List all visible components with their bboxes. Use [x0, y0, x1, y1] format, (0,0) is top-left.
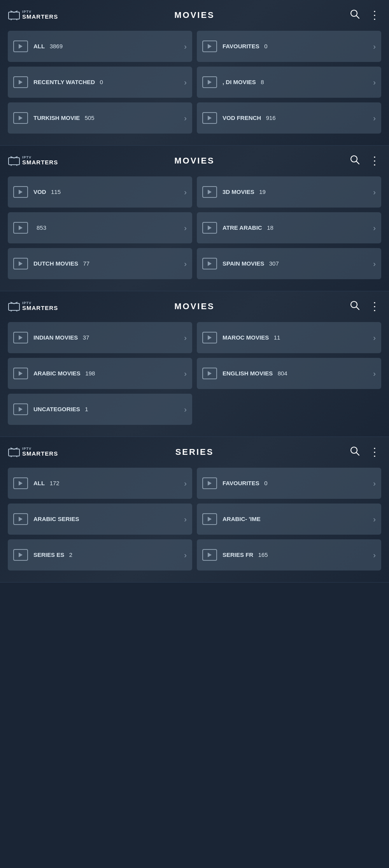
list-item[interactable]: RECENTLY WATCHED 0 ›: [8, 67, 192, 98]
item-count: 18: [267, 224, 273, 231]
more-button[interactable]: ⋮: [368, 7, 381, 23]
item-text: Turkish movie 505: [33, 114, 181, 122]
smarters-label: SMARTERS: [22, 14, 58, 20]
media-icon-box: [13, 40, 28, 52]
item-text: FAVOURITES 0: [223, 479, 370, 487]
item-label: VOD: [33, 188, 46, 195]
media-icon-box: [202, 40, 217, 52]
play-icon: [208, 335, 212, 340]
play-icon: [19, 261, 23, 266]
item-label: 3D Movies: [223, 188, 254, 195]
item-count: 804: [278, 370, 287, 377]
list-item[interactable]: ARABIC SERIES ›: [8, 504, 192, 535]
list-item[interactable]: Arabic Movies 198 ›: [8, 358, 192, 389]
play-icon: [208, 371, 212, 376]
search-button[interactable]: [348, 444, 361, 460]
search-button[interactable]: [348, 153, 361, 169]
item-label: ALL: [33, 480, 45, 486]
media-icon-box: [202, 549, 217, 561]
item-label: Maroc Movies: [223, 334, 269, 341]
play-icon: [19, 407, 23, 412]
item-text: English Movies 804: [223, 370, 370, 377]
list-item[interactable]: SERIES ES 2 ›: [8, 539, 192, 570]
item-text: VOD 115: [33, 188, 181, 196]
item-count: 0: [100, 79, 103, 85]
list-item[interactable]: UNCATEGORIES 1 ›: [8, 394, 192, 425]
item-text: atre Arabic 18: [223, 224, 370, 232]
arrow-icon: ›: [373, 224, 376, 232]
section-movies-2: IPTV SMARTERS MOVIES ⋮ VOD: [0, 146, 389, 291]
list-item[interactable]: , DI MOVIES 8 ›: [197, 67, 381, 98]
smarters-label: SMARTERS: [22, 159, 58, 166]
search-button[interactable]: [348, 299, 361, 314]
list-item[interactable]: Turkish movie 505 ›: [8, 102, 192, 134]
item-label: Spain Movies: [223, 260, 264, 267]
items-grid: ALL 3869 › FAVOURITES 0 ›: [0, 27, 389, 137]
media-icon-box: [13, 258, 28, 269]
list-item[interactable]: FAVOURITES 0 ›: [197, 31, 381, 62]
play-icon: [208, 116, 212, 120]
play-icon: [19, 335, 23, 340]
play-icon: [19, 517, 23, 521]
list-item[interactable]: Dutch Movies 77 ›: [8, 248, 192, 279]
list-item[interactable]: VOD 115 ›: [8, 176, 192, 208]
section-title: MOVIES: [174, 156, 215, 166]
list-item[interactable]: ALL 3869 ›: [8, 31, 192, 62]
media-icon-box: [202, 258, 217, 269]
list-item[interactable]: Spain Movies 307 ›: [197, 248, 381, 279]
smarters-label: SMARTERS: [22, 305, 58, 312]
item-label: Indian Movies: [33, 334, 78, 341]
list-item[interactable]: 3D Movies 19 ›: [197, 176, 381, 208]
section-title: SERIES: [175, 447, 214, 457]
media-icon-box: [202, 222, 217, 234]
play-icon: [19, 190, 23, 194]
list-item[interactable]: Maroc Movies 11 ›: [197, 322, 381, 353]
svg-rect-21: [9, 449, 19, 456]
item-label: ARABIC- 'IME: [223, 516, 261, 522]
list-item[interactable]: Vod French 916 ›: [197, 102, 381, 134]
play-icon: [208, 481, 212, 486]
media-icon-box: [202, 477, 217, 489]
item-label: RECENTLY WATCHED: [33, 79, 95, 85]
media-icon-box: [13, 403, 28, 415]
list-item[interactable]: 853 ›: [8, 212, 192, 243]
list-item[interactable]: SERIES FR 165 ›: [197, 539, 381, 570]
arrow-icon: ›: [184, 515, 187, 524]
item-count: 172: [50, 480, 60, 486]
section-title: MOVIES: [174, 10, 215, 20]
arrow-icon: ›: [184, 369, 187, 378]
section-movies-1: IPTV SMARTERS MOVIES ⋮ ALL: [0, 0, 389, 146]
arrow-icon: ›: [373, 42, 376, 51]
more-button[interactable]: ⋮: [368, 298, 381, 314]
item-count: 307: [269, 260, 279, 267]
arrow-icon: ›: [184, 188, 187, 197]
arrow-icon: ›: [373, 259, 376, 268]
item-text: SERIES FR 165: [223, 551, 370, 559]
smarters-label: SMARTERS: [22, 451, 58, 457]
search-button[interactable]: [348, 7, 361, 23]
more-button[interactable]: ⋮: [368, 153, 381, 169]
svg-rect-14: [9, 303, 19, 310]
list-item[interactable]: English Movies 804 ›: [197, 358, 381, 389]
item-label: SERIES ES: [33, 551, 64, 558]
item-text: Maroc Movies 11: [223, 334, 370, 342]
svg-line-20: [356, 307, 359, 310]
list-item[interactable]: ALL 172 ›: [8, 468, 192, 499]
play-icon: [208, 225, 212, 230]
media-icon-box: [202, 186, 217, 198]
items-grid: VOD 115 › 3D Movies 19 ›: [0, 173, 389, 283]
arrow-icon: ›: [184, 224, 187, 232]
more-button[interactable]: ⋮: [368, 444, 381, 460]
logo: IPTV SMARTERS: [8, 301, 58, 312]
list-item[interactable]: atre Arabic 18 ›: [197, 212, 381, 243]
item-count: 198: [85, 370, 95, 377]
item-label: Dutch Movies: [33, 260, 78, 267]
list-item[interactable]: ARABIC- 'IME ›: [197, 504, 381, 535]
item-text: , DI MOVIES 8: [223, 78, 370, 86]
item-count: 11: [274, 334, 280, 341]
list-item[interactable]: Indian Movies 37 ›: [8, 322, 192, 353]
logo: IPTV SMARTERS: [8, 447, 58, 457]
item-label: English Movies: [223, 370, 273, 377]
list-item[interactable]: FAVOURITES 0 ›: [197, 468, 381, 499]
media-icon-box: [13, 112, 28, 124]
